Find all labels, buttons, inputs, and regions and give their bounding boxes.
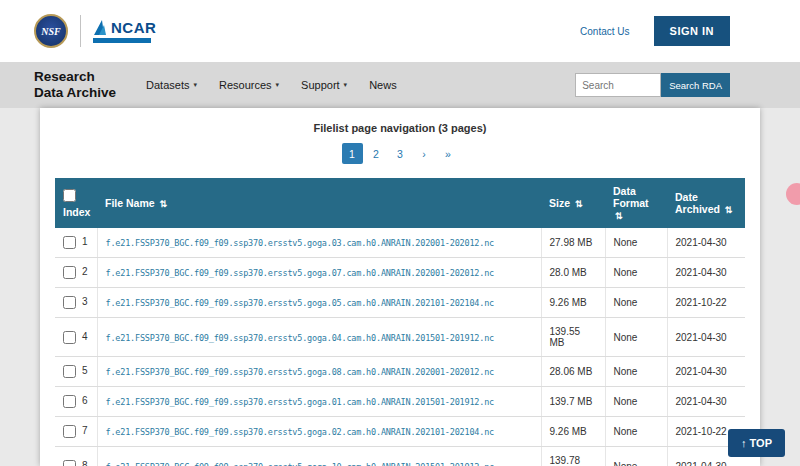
next-page-button[interactable]: › xyxy=(414,143,435,164)
file-link[interactable]: f.e21.FSSP370_BGC.f09_f09.ssp370.ersstv5… xyxy=(106,238,494,248)
content-card: Filelist page navigation (3 pages) 1 2 3… xyxy=(40,108,760,466)
file-link[interactable]: f.e21.FSSP370_BGC.f09_f09.ssp370.ersstv5… xyxy=(106,367,494,377)
nsf-logo[interactable]: NSF xyxy=(34,14,68,48)
index-cell: 4 xyxy=(55,318,97,357)
up-arrow-icon: ↑ xyxy=(741,437,747,449)
nav-item-support[interactable]: Support ▾ xyxy=(301,79,347,91)
top-header: NSF NCAR Contact Us SIGN IN xyxy=(0,0,800,62)
search-input[interactable] xyxy=(575,73,661,97)
file-link[interactable]: f.e21.FSSP370_BGC.f09_f09.ssp370.ersstv5… xyxy=(106,268,494,278)
back-to-top-label: TOP xyxy=(750,437,772,449)
pagination: 1 2 3 › » xyxy=(55,143,745,164)
format-cell: None xyxy=(605,288,667,318)
nav-item-support-label: Support xyxy=(301,79,340,91)
table-row: 4f.e21.FSSP370_BGC.f09_f09.ssp370.ersstv… xyxy=(55,318,745,357)
row-index: 2 xyxy=(82,266,88,277)
format-cell: None xyxy=(605,318,667,357)
site-brand[interactable]: Research Data Archive xyxy=(34,69,116,100)
size-cell: 139.7 MB xyxy=(541,387,605,417)
size-header[interactable]: Size ⇅ xyxy=(541,178,605,228)
back-to-top-button[interactable]: ↑ TOP xyxy=(728,429,785,457)
page-button-3[interactable]: 3 xyxy=(390,143,411,164)
main-navbar: Research Data Archive Datasets ▾ Resourc… xyxy=(0,62,800,108)
index-cell: 8 xyxy=(55,447,97,466)
table-row: 2f.e21.FSSP370_BGC.f09_f09.ssp370.ersstv… xyxy=(55,258,745,288)
page-button-2[interactable]: 2 xyxy=(366,143,387,164)
index-cell: 5 xyxy=(55,357,97,387)
filelist-body: 1f.e21.FSSP370_BGC.f09_f09.ssp370.ersstv… xyxy=(55,228,745,466)
ncar-logo-label: NCAR xyxy=(111,19,156,36)
row-checkbox[interactable] xyxy=(63,425,76,438)
date-cell: 2021-04-30 xyxy=(667,387,745,417)
ncar-logo[interactable]: NCAR xyxy=(93,19,156,43)
date-cell: 2021-04-30 xyxy=(667,258,745,288)
index-header-label: Index xyxy=(63,206,89,218)
format-cell: None xyxy=(605,228,667,258)
page-button-1[interactable]: 1 xyxy=(342,143,363,164)
size-cell: 9.26 MB xyxy=(541,417,605,447)
size-header-label: Size xyxy=(549,197,570,209)
file-cell: f.e21.FSSP370_BGC.f09_f09.ssp370.ersstv5… xyxy=(97,228,541,258)
row-checkbox[interactable] xyxy=(63,266,76,279)
row-checkbox[interactable] xyxy=(63,460,76,466)
file-link[interactable]: f.e21.FSSP370_BGC.f09_f09.ssp370.ersstv5… xyxy=(106,427,494,437)
table-header-row: Index File Name ⇅ Size ⇅ Data Format ⇅ D… xyxy=(55,178,745,228)
sort-icon: ⇅ xyxy=(725,205,733,215)
row-checkbox[interactable] xyxy=(63,395,76,408)
sort-icon: ⇅ xyxy=(160,199,168,209)
site-search: Search RDA xyxy=(575,73,730,97)
row-index: 5 xyxy=(82,365,88,376)
last-page-button[interactable]: » xyxy=(438,143,459,164)
data-format-header[interactable]: Data Format ⇅ xyxy=(605,178,667,228)
size-cell: 28.06 MB xyxy=(541,357,605,387)
table-row: 5f.e21.FSSP370_BGC.f09_f09.ssp370.ersstv… xyxy=(55,357,745,387)
row-checkbox[interactable] xyxy=(63,365,76,378)
file-cell: f.e21.FSSP370_BGC.f09_f09.ssp370.ersstv5… xyxy=(97,417,541,447)
sort-icon: ⇅ xyxy=(575,199,583,209)
sort-icon: ⇅ xyxy=(615,211,623,221)
date-cell: 2021-04-30 xyxy=(667,357,745,387)
brand-line2: Data Archive xyxy=(34,85,116,101)
ncar-mark-icon xyxy=(93,20,107,36)
table-row: 6f.e21.FSSP370_BGC.f09_f09.ssp370.ersstv… xyxy=(55,387,745,417)
file-name-header[interactable]: File Name ⇅ xyxy=(97,178,541,228)
search-rda-button[interactable]: Search RDA xyxy=(661,73,730,97)
nav-item-news-label: News xyxy=(369,79,397,91)
file-cell: f.e21.FSSP370_BGC.f09_f09.ssp370.ersstv5… xyxy=(97,318,541,357)
nav-item-datasets[interactable]: Datasets ▾ xyxy=(146,79,197,91)
size-cell: 9.26 MB xyxy=(541,288,605,318)
feedback-fab[interactable] xyxy=(786,183,800,205)
file-link[interactable]: f.e21.FSSP370_BGC.f09_f09.ssp370.ersstv5… xyxy=(106,397,494,407)
date-archived-header[interactable]: Date Archived ⇅ xyxy=(667,178,745,228)
file-cell: f.e21.FSSP370_BGC.f09_f09.ssp370.ersstv5… xyxy=(97,447,541,466)
date-cell: 2021-10-22 xyxy=(667,288,745,318)
format-cell: None xyxy=(605,387,667,417)
select-all-checkbox[interactable] xyxy=(63,189,76,202)
file-cell: f.e21.FSSP370_BGC.f09_f09.ssp370.ersstv5… xyxy=(97,357,541,387)
nav-item-datasets-label: Datasets xyxy=(146,79,189,91)
chevron-down-icon: ▾ xyxy=(193,81,197,89)
file-cell: f.e21.FSSP370_BGC.f09_f09.ssp370.ersstv5… xyxy=(97,258,541,288)
table-row: 1f.e21.FSSP370_BGC.f09_f09.ssp370.ersstv… xyxy=(55,228,745,258)
file-link[interactable]: f.e21.FSSP370_BGC.f09_f09.ssp370.ersstv5… xyxy=(106,298,494,308)
index-header: Index xyxy=(55,178,97,228)
row-checkbox[interactable] xyxy=(63,236,76,249)
logo-divider xyxy=(80,15,81,47)
row-checkbox[interactable] xyxy=(63,331,76,344)
row-checkbox[interactable] xyxy=(63,296,76,309)
index-cell: 1 xyxy=(55,228,97,258)
sign-in-button[interactable]: SIGN IN xyxy=(654,16,730,46)
nav-item-resources[interactable]: Resources ▾ xyxy=(219,79,279,91)
row-index: 6 xyxy=(82,395,88,406)
row-index: 8 xyxy=(82,460,88,466)
table-row: 3f.e21.FSSP370_BGC.f09_f09.ssp370.ersstv… xyxy=(55,288,745,318)
row-index: 7 xyxy=(82,425,88,436)
index-cell: 2 xyxy=(55,258,97,288)
file-link[interactable]: f.e21.FSSP370_BGC.f09_f09.ssp370.ersstv5… xyxy=(106,462,494,466)
file-link[interactable]: f.e21.FSSP370_BGC.f09_f09.ssp370.ersstv5… xyxy=(106,333,494,343)
index-cell: 6 xyxy=(55,387,97,417)
size-cell: 27.98 MB xyxy=(541,228,605,258)
contact-us-link[interactable]: Contact Us xyxy=(580,26,629,37)
size-cell: 139.78 MB xyxy=(541,447,605,466)
nav-item-news[interactable]: News xyxy=(369,79,397,91)
